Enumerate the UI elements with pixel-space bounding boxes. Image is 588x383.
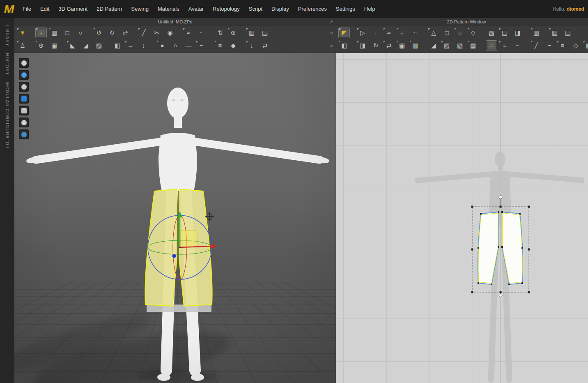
fold-tool-dropdown-arrow[interactable] [67, 41, 69, 43]
reset-arrangement-tool[interactable]: ↺ [93, 28, 105, 38]
sidebar-tab-history[interactable]: HISTORY [5, 53, 9, 76]
measure-tape-tool-dropdown-arrow[interactable] [125, 41, 127, 43]
edit-pattern-tool-dropdown-arrow[interactable] [357, 28, 359, 30]
simulate-button-dropdown-arrow[interactable] [17, 28, 19, 30]
make-rectangle-tool[interactable]: □ [441, 28, 452, 38]
menu-retopology[interactable]: Retopology [208, 0, 244, 18]
topstitch-tool-dropdown-arrow[interactable] [196, 41, 198, 43]
app-logo[interactable]: M [0, 0, 18, 18]
sync-view-tool[interactable]: ⇄ [259, 40, 271, 51]
baste-tool[interactable]: ┄ [544, 40, 555, 51]
pin-move-tool[interactable]: ⊕ [35, 40, 47, 51]
menu-avatar[interactable]: Avatar [184, 0, 208, 18]
flip-pattern-tool[interactable]: ⇄ [383, 40, 395, 51]
greeting-username[interactable]: diomed [567, 6, 584, 12]
gizmo-z-axis[interactable] [172, 254, 176, 258]
iron-tool[interactable]: ◢ [428, 40, 439, 51]
symmetric-paste-tool-dropdown-arrow[interactable] [410, 41, 412, 43]
pleats-tool[interactable]: ▤ [467, 40, 479, 51]
float-window-icon[interactable]: ↗ [330, 18, 333, 25]
measurement-ruler-tool-dropdown-arrow[interactable] [215, 41, 217, 43]
segment-sewing-2d-tool-dropdown-arrow[interactable] [499, 41, 501, 43]
tack-sewing-tool[interactable]: ◉ [164, 28, 176, 38]
select-mesh-tool[interactable]: ▦ [48, 28, 60, 38]
garment-shorts-3d[interactable] [145, 189, 212, 306]
edit-curvature-tool[interactable]: ≈ [383, 28, 395, 38]
segment-sewing-tool[interactable]: ≈ [183, 28, 194, 38]
unfold-pattern-tool[interactable]: ◧ [338, 40, 350, 51]
pin-box-tool[interactable]: ▣ [48, 40, 60, 51]
show-garment-toggle[interactable] [19, 94, 29, 104]
edit-point-tool[interactable]: ∙ [370, 28, 381, 38]
edit-sewing-tool-dropdown-arrow[interactable] [138, 28, 140, 30]
menu-3d-garment[interactable]: 3D Garment [54, 0, 92, 18]
fold-pattern-tool-dropdown-arrow[interactable] [357, 41, 359, 43]
transform-pattern-tool[interactable]: ◤ [338, 28, 350, 38]
transform-pattern-tool-dropdown-arrow[interactable] [339, 28, 341, 30]
pattern-annotation-tool[interactable]: ◇ [570, 40, 581, 51]
rearrange-cw-tool[interactable]: ↻ [106, 28, 118, 38]
copy-pattern-tool[interactable]: ▣ [396, 40, 408, 51]
import-dxf-tool-dropdown-arrow[interactable] [499, 28, 501, 30]
segment-sewing-2d-tool[interactable]: ≈ [499, 40, 510, 51]
menu-file[interactable]: File [18, 0, 36, 18]
drop-garment-tool-dropdown-arrow[interactable] [246, 41, 248, 43]
stitch-property-tool[interactable]: ≡ [557, 40, 568, 51]
show-fabric-particles-toggle[interactable] [19, 70, 29, 80]
edit-pattern-tool[interactable]: ▷ [357, 28, 368, 38]
viewport-3d[interactable] [14, 53, 336, 383]
seam-allowance-tool[interactable]: ▨ [441, 40, 452, 51]
grading-tool-dropdown-arrow[interactable] [531, 28, 533, 30]
select-mesh-tool-dropdown-arrow[interactable] [49, 28, 51, 30]
show-avatar-toggle[interactable] [19, 58, 29, 68]
menu-help[interactable]: Help [360, 0, 380, 18]
make-circle-tool-dropdown-arrow[interactable] [455, 28, 457, 30]
viewport-2d[interactable] [336, 53, 588, 383]
measurement-ruler-tool[interactable]: ≡ [214, 40, 226, 51]
fold-pattern-tool[interactable]: ◨ [357, 40, 368, 51]
scale-gizmo-tool[interactable]: ◆ [227, 40, 239, 51]
select-lasso-tool[interactable]: ○ [75, 28, 86, 38]
menu-display[interactable]: Display [267, 0, 294, 18]
fold-arrangement-tool[interactable]: ⇅ [214, 28, 226, 38]
menu-script[interactable]: Script [244, 0, 267, 18]
pin-tool-dropdown-arrow[interactable] [228, 28, 230, 30]
segment-sewing-tool-dropdown-arrow[interactable] [183, 28, 185, 30]
fold-tool[interactable]: ◣ [67, 40, 78, 51]
copy-pattern-tool-dropdown-arrow[interactable] [397, 41, 399, 43]
avatar-pose-tool-dropdown-arrow[interactable] [17, 41, 19, 43]
rearrange-ccw-tool[interactable]: ⇄ [119, 28, 131, 38]
grading-tool[interactable]: ▥ [531, 28, 542, 38]
edit-sewing-tool[interactable]: ╱ [138, 28, 149, 38]
edit-curvature-tool-dropdown-arrow[interactable] [384, 28, 386, 30]
stitch-property-tool-dropdown-arrow[interactable] [557, 41, 559, 43]
pin-tool[interactable]: ⊕ [227, 28, 239, 38]
flip-pattern-tool-dropdown-arrow[interactable] [384, 41, 386, 43]
show-2d-grid-tool[interactable]: ▦ [549, 28, 560, 38]
select-move-tool-dropdown-arrow[interactable] [36, 28, 38, 30]
menu-settings[interactable]: Settings [331, 0, 360, 18]
make-dart-tool-dropdown-arrow[interactable] [468, 28, 470, 30]
measure-height-tool[interactable]: ↕ [138, 40, 149, 51]
show-mannequin-toggle[interactable] [19, 118, 29, 127]
make-dart-tool[interactable]: ◇ [467, 28, 479, 38]
free-sewing-2d-tool[interactable]: ~ [512, 40, 524, 51]
show-pattern-mesh-toggle[interactable] [19, 106, 29, 115]
edit-curve-point-tool[interactable]: ~ [409, 28, 421, 38]
show-skin-toggle[interactable] [19, 82, 29, 92]
select-move-tool[interactable]: + [35, 28, 47, 38]
rotate-handle-bottom[interactable] [499, 294, 502, 297]
sidebar-tab-library[interactable]: LIBRARY [5, 25, 9, 46]
menu-materials[interactable]: Materials [153, 0, 184, 18]
show-3d-grid-tool[interactable]: ▦ [246, 28, 257, 38]
fitting-suit-tool[interactable]: ◧ [112, 40, 123, 51]
rotate-handle-top[interactable] [499, 196, 502, 199]
shrinkage-tool[interactable]: ▧ [454, 40, 466, 51]
unfold-pattern-tool-dropdown-arrow[interactable] [339, 41, 341, 43]
drop-garment-tool[interactable]: ↓ [246, 40, 257, 51]
make-circle-tool[interactable]: ○ [454, 28, 466, 38]
grid-options-tool[interactable]: ▤ [562, 28, 574, 38]
show-2d-grid-tool-dropdown-arrow[interactable] [549, 28, 551, 30]
texture-editor-tool-dropdown-arrow[interactable] [583, 41, 586, 43]
pleats-tool-dropdown-arrow[interactable] [468, 41, 470, 43]
